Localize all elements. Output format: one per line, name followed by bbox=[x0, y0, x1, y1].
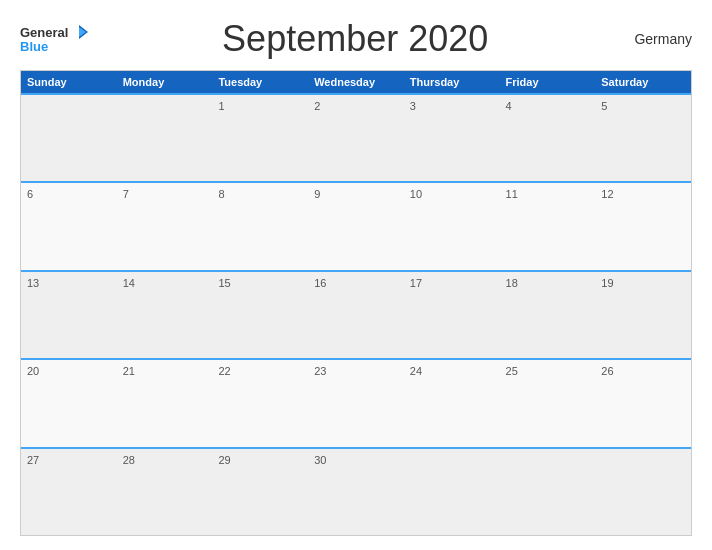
logo: General Blue bbox=[20, 25, 88, 53]
logo-blue-text: Blue bbox=[20, 40, 48, 53]
cell-w4-thu: 24 bbox=[404, 360, 500, 446]
cell-w2-fri: 11 bbox=[500, 183, 596, 269]
cell-w4-tue: 22 bbox=[212, 360, 308, 446]
cell-w4-mon: 21 bbox=[117, 360, 213, 446]
header: General Blue September 2020 Germany bbox=[20, 18, 692, 60]
cell-w2-sat: 12 bbox=[595, 183, 691, 269]
cell-w4-sun: 20 bbox=[21, 360, 117, 446]
logo-general-text: General bbox=[20, 26, 68, 39]
cell-w3-sun: 13 bbox=[21, 272, 117, 358]
cell-w1-fri: 4 bbox=[500, 95, 596, 181]
cell-w2-thu: 10 bbox=[404, 183, 500, 269]
cell-w3-sat: 19 bbox=[595, 272, 691, 358]
cell-w1-thu: 3 bbox=[404, 95, 500, 181]
cell-w5-wed: 30 bbox=[308, 449, 404, 535]
cell-w5-sat bbox=[595, 449, 691, 535]
page: General Blue September 2020 Germany Sund… bbox=[0, 0, 712, 550]
cell-w4-sat: 26 bbox=[595, 360, 691, 446]
cell-w2-wed: 9 bbox=[308, 183, 404, 269]
cell-w2-mon: 7 bbox=[117, 183, 213, 269]
cell-w4-wed: 23 bbox=[308, 360, 404, 446]
col-sunday: Sunday bbox=[21, 71, 117, 93]
cell-w5-tue: 29 bbox=[212, 449, 308, 535]
cell-w3-mon: 14 bbox=[117, 272, 213, 358]
cell-w3-fri: 18 bbox=[500, 272, 596, 358]
country-label: Germany bbox=[622, 31, 692, 47]
cell-w3-thu: 17 bbox=[404, 272, 500, 358]
col-thursday: Thursday bbox=[404, 71, 500, 93]
cell-w3-wed: 16 bbox=[308, 272, 404, 358]
cell-w5-sun: 27 bbox=[21, 449, 117, 535]
cell-w2-tue: 8 bbox=[212, 183, 308, 269]
col-wednesday: Wednesday bbox=[308, 71, 404, 93]
logo-flag-icon bbox=[70, 25, 88, 39]
cell-w4-fri: 25 bbox=[500, 360, 596, 446]
cell-w1-sat: 5 bbox=[595, 95, 691, 181]
col-saturday: Saturday bbox=[595, 71, 691, 93]
col-tuesday: Tuesday bbox=[212, 71, 308, 93]
cell-w5-mon: 28 bbox=[117, 449, 213, 535]
cell-w1-tue: 1 bbox=[212, 95, 308, 181]
week-row-4: 20 21 22 23 24 25 26 bbox=[21, 358, 691, 446]
col-friday: Friday bbox=[500, 71, 596, 93]
cell-w5-thu bbox=[404, 449, 500, 535]
cell-w1-mon bbox=[117, 95, 213, 181]
cell-w3-tue: 15 bbox=[212, 272, 308, 358]
cell-w1-sun bbox=[21, 95, 117, 181]
calendar-title: September 2020 bbox=[88, 18, 622, 60]
week-row-5: 27 28 29 30 bbox=[21, 447, 691, 535]
calendar-header-row: Sunday Monday Tuesday Wednesday Thursday… bbox=[21, 71, 691, 93]
calendar: Sunday Monday Tuesday Wednesday Thursday… bbox=[20, 70, 692, 536]
cell-w1-wed: 2 bbox=[308, 95, 404, 181]
week-row-1: 1 2 3 4 5 bbox=[21, 93, 691, 181]
week-row-2: 6 7 8 9 10 11 12 bbox=[21, 181, 691, 269]
cell-w5-fri bbox=[500, 449, 596, 535]
col-monday: Monday bbox=[117, 71, 213, 93]
cell-w2-sun: 6 bbox=[21, 183, 117, 269]
week-row-3: 13 14 15 16 17 18 19 bbox=[21, 270, 691, 358]
